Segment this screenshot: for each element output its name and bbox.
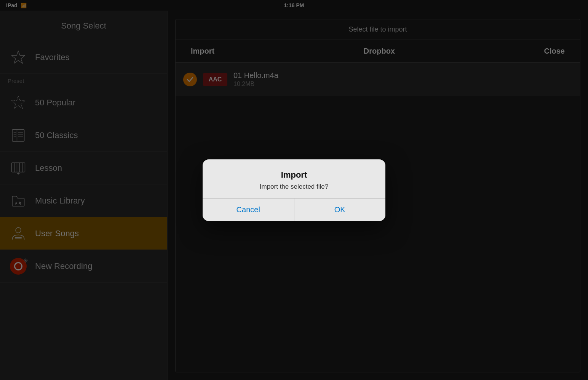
alert-dialog: Import Import the selected file? Cancel … (203, 159, 385, 221)
ok-button[interactable]: OK (294, 199, 386, 221)
alert-buttons: Cancel OK (203, 199, 385, 221)
alert-message: Import the selected file? (215, 183, 373, 191)
alert-body: Import Import the selected file? (203, 159, 385, 199)
cancel-button[interactable]: Cancel (203, 199, 294, 221)
alert-title: Import (215, 170, 373, 180)
